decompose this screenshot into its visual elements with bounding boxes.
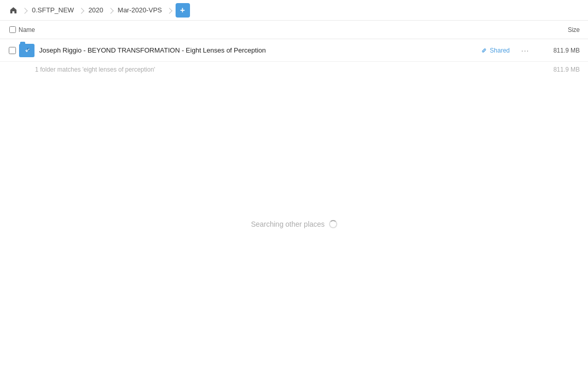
breadcrumb-item-0[interactable]: 0.SFTP_NEW bbox=[29, 4, 77, 16]
searching-text-label: Searching other places bbox=[251, 220, 324, 228]
row-checkbox-container[interactable] bbox=[6, 47, 19, 54]
breadcrumb-bar: 0.SFTP_NEW 2020 Mar-2020-VPS + bbox=[0, 0, 588, 21]
breadcrumb-separator-3 bbox=[166, 8, 172, 13]
breadcrumb-item-2[interactable]: Mar-2020-VPS bbox=[115, 4, 165, 16]
name-column-header: Name bbox=[19, 26, 528, 33]
row-name: Joseph Riggio - BEYOND TRANSFORMATION - … bbox=[39, 46, 480, 54]
add-tab-button[interactable]: + bbox=[176, 3, 190, 18]
shared-badge: Shared bbox=[480, 47, 510, 54]
size-column-header: Size bbox=[528, 26, 580, 33]
select-all-checkbox[interactable] bbox=[9, 26, 16, 33]
content-area: Searching other places bbox=[0, 77, 588, 371]
searching-spinner bbox=[329, 220, 337, 228]
main-container: 0.SFTP_NEW 2020 Mar-2020-VPS + Name Size bbox=[0, 0, 588, 371]
more-options-button[interactable]: ··· bbox=[518, 43, 532, 58]
breadcrumb-separator-1 bbox=[78, 8, 84, 13]
file-row[interactable]: Joseph Riggio - BEYOND TRANSFORMATION - … bbox=[0, 39, 588, 62]
row-checkbox[interactable] bbox=[9, 47, 16, 54]
breadcrumb-separator-2 bbox=[108, 8, 113, 13]
summary-size: 811.9 MB bbox=[554, 66, 580, 73]
link-icon bbox=[480, 47, 488, 54]
summary-text: 1 folder matches 'eight lenses of percep… bbox=[35, 66, 155, 73]
breadcrumb-separator-0 bbox=[22, 8, 27, 13]
more-options-icon: ··· bbox=[521, 46, 529, 55]
summary-row: 1 folder matches 'eight lenses of percep… bbox=[0, 62, 588, 77]
searching-status: Searching other places bbox=[251, 220, 337, 228]
row-size: 811.9 MB bbox=[539, 47, 580, 54]
select-all-checkbox-container[interactable] bbox=[6, 26, 19, 33]
folder-icon bbox=[19, 42, 35, 59]
home-button[interactable] bbox=[6, 3, 21, 18]
shared-label: Shared bbox=[490, 47, 510, 54]
column-header-row: Name Size bbox=[0, 21, 588, 39]
breadcrumb-item-1[interactable]: 2020 bbox=[85, 4, 107, 16]
